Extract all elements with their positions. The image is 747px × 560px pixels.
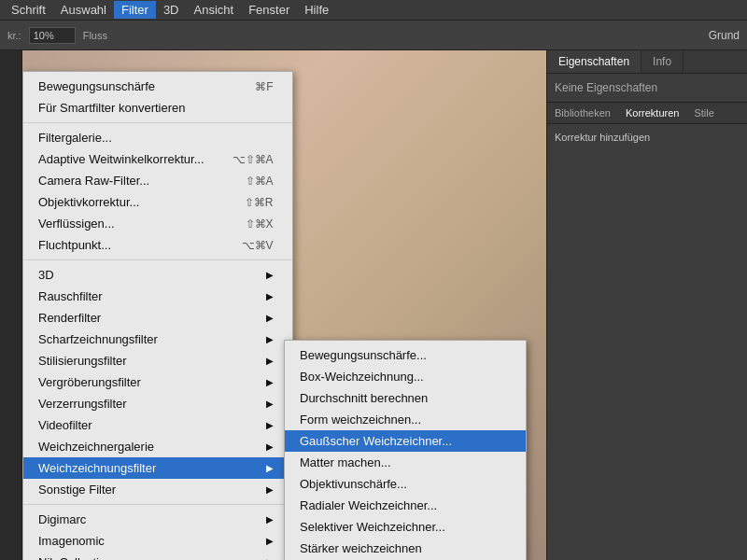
canvas-area: Bewegungsunschärfe ⌘F Für Smartfilter ko… <box>22 50 546 560</box>
dropdown-container: Bewegungsunschärfe ⌘F Für Smartfilter ko… <box>22 71 293 560</box>
menubar-item-3d[interactable]: 3D <box>156 1 187 19</box>
separator-3 <box>23 504 292 505</box>
no-properties-label: Keine Eigenschaften <box>555 81 657 94</box>
toolbar: kr.: Fluss Grund <box>0 21 747 50</box>
menu-item-renderfilter[interactable]: Renderfilter ▶ <box>23 307 292 329</box>
menu-item-weichzeichnergalerie[interactable]: Weichzeichnergalerie ▶ <box>23 436 292 457</box>
corrections-title: Korrektur hinzufügen <box>555 132 740 143</box>
kkr-input[interactable] <box>29 27 76 44</box>
sub-radialer-weichzeichner[interactable]: Radialer Weichzeichner... <box>285 495 526 516</box>
tab-eigenschaften[interactable]: Eigenschaften <box>547 50 641 73</box>
sub-durchschnitt-berechnen[interactable]: Durchschnitt berechnen <box>285 387 526 409</box>
main-area: Bewegungsunschärfe ⌘F Für Smartfilter ko… <box>0 50 747 560</box>
menu-item-verfluessigen[interactable]: Verflüssigen... ⇧⌘X <box>23 213 292 234</box>
menu-item-nik-collection[interactable]: Nik Collection ▶ <box>23 552 292 560</box>
sub-staerker-weichzeichnen[interactable]: Stärker weichzeichnen <box>285 538 526 559</box>
menu-item-3d[interactable]: 3D ▶ <box>23 264 292 286</box>
menubar-item-auswahl[interactable]: Auswahl <box>53 1 114 19</box>
menu-item-vergroeberungsfilter[interactable]: Vergröberungsfilter ▶ <box>23 371 292 393</box>
menu-item-verzerrungsfilter[interactable]: Verzerrungsfilter ▶ <box>23 393 292 414</box>
sub-gausscher-weichzeichner[interactable]: Gaußscher Weichzeichner... <box>285 430 526 452</box>
bottom-panel-tabs: Bibliotheken Korrekturen Stile <box>547 102 747 124</box>
menubar-item-schrift[interactable]: Schrift <box>4 1 53 19</box>
menu-item-adaptive[interactable]: Adaptive Weitwinkelkorrektur... ⌥⇧⌘A <box>23 148 292 170</box>
menubar-item-ansicht[interactable]: Ansicht <box>187 1 242 19</box>
filter-dropdown: Bewegungsunschärfe ⌘F Für Smartfilter ko… <box>22 71 293 560</box>
separator-2 <box>23 259 292 260</box>
tab-stile[interactable]: Stile <box>686 103 721 123</box>
menu-item-rauschfilter[interactable]: Rauschfilter ▶ <box>23 286 292 307</box>
left-sidebar <box>0 50 22 560</box>
kkr-label: kr.: <box>7 30 21 41</box>
panel-content-eigenschaften: Keine Eigenschaften <box>547 74 747 102</box>
sub-selektiver-weichzeichner[interactable]: Selektiver Weichzeichner... <box>285 516 526 538</box>
panel-tabs: Eigenschaften Info <box>547 50 747 74</box>
menubar-item-hilfe[interactable]: Hilfe <box>297 1 336 19</box>
tab-bibliotheken[interactable]: Bibliotheken <box>547 103 618 123</box>
sub-bewegungsunschaerfe[interactable]: Bewegungsunschärfe... <box>285 344 526 366</box>
tab-korrekturen[interactable]: Korrekturen <box>618 103 686 123</box>
menu-item-stilisierungsfilter[interactable]: Stilisierungsfilter ▶ <box>23 350 292 371</box>
menu-item-filtergalerie[interactable]: Filtergalerie... <box>23 127 292 148</box>
corrections-panel: Korrektur hinzufügen <box>547 124 747 560</box>
menu-item-fluchtpunkt[interactable]: Fluchtpunkt... ⌥⌘V <box>23 234 292 256</box>
menu-item-sonstige-filter[interactable]: Sonstige Filter ▶ <box>23 479 292 500</box>
menu-item-scharfzeichnungsfilter[interactable]: Scharfzeichnungsfilter ▶ <box>23 329 292 350</box>
sub-matter-machen[interactable]: Matter machen... <box>285 452 526 473</box>
sub-form-weichzeichnen[interactable]: Form weichzeichnen... <box>285 409 526 430</box>
menubar-item-fenster[interactable]: Fenster <box>241 1 297 19</box>
menu-item-smartfilter[interactable]: Für Smartfilter konvertieren <box>23 97 292 119</box>
menu-item-bewegungsunschaerfe[interactable]: Bewegungsunschärfe ⌘F <box>23 76 292 97</box>
menu-item-weichzeichnungsfilter[interactable]: Weichzeichnungsfilter ▶ <box>23 457 292 479</box>
menubar-item-filter[interactable]: Filter <box>114 1 156 19</box>
weichzeichnung-submenu: Bewegungsunschärfe... Box-Weichzeichnung… <box>284 340 527 560</box>
tab-info[interactable]: Info <box>641 50 684 73</box>
separator-1 <box>23 122 292 123</box>
menu-item-digimarc[interactable]: Digimarc ▶ <box>23 509 292 530</box>
menu-item-objektivkorrektur[interactable]: Objektivkorrektur... ⇧⌘R <box>23 191 292 213</box>
sub-objektivunschaerfe[interactable]: Objektivunschärfe... <box>285 473 526 495</box>
menu-item-videofilter[interactable]: Videofilter ▶ <box>23 414 292 436</box>
menu-item-camera-raw[interactable]: Camera Raw-Filter... ⇧⌘A <box>23 170 292 191</box>
menu-item-imagenomic[interactable]: Imagenomic ▶ <box>23 530 292 552</box>
menubar: Schrift Auswahl Filter 3D Ansicht Fenste… <box>0 0 747 21</box>
grund-label: Grund <box>709 29 740 42</box>
sub-box-weichzeichnung[interactable]: Box-Weichzeichnung... <box>285 366 526 387</box>
right-panel: Eigenschaften Info Keine Eigenschaften B… <box>546 50 747 560</box>
fluss-label: Fluss <box>83 30 107 41</box>
